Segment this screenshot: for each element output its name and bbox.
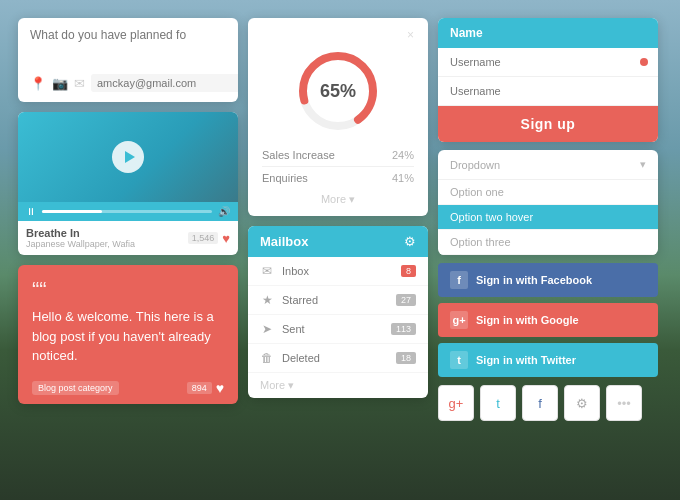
stat-value-enquiries: 41%: [392, 172, 414, 184]
mailbox-card: Mailbox ⚙ ✉ Inbox 8 ★ Starred 27 ➤: [248, 226, 428, 398]
video-artist: Japanese Wallpaper, Wafia: [26, 239, 135, 249]
email-input[interactable]: [91, 74, 238, 92]
more-link-donut[interactable]: More ▾: [321, 193, 355, 206]
progress-bar[interactable]: [42, 210, 212, 213]
stat-label-enquiries: Enquiries: [262, 172, 308, 184]
dropdown-card: Dropdown ▾ Option one Option two hover O…: [438, 150, 658, 255]
twitter-label: Sign in with Twitter: [476, 354, 576, 366]
donut-card: × 65% Sales Increase 24% Enquiries 41% M…: [248, 18, 428, 216]
blog-category: Blog post category: [32, 381, 119, 395]
facebook-icon-box[interactable]: f: [522, 385, 558, 421]
starred-label: Starred: [282, 294, 318, 306]
social-login-buttons: f Sign in with Facebook g+ Sign in with …: [438, 263, 658, 377]
volume-icon[interactable]: 🔊: [218, 206, 230, 217]
inbox-badge: 8: [401, 265, 416, 277]
signin-twitter-button[interactable]: t Sign in with Twitter: [438, 343, 658, 377]
play-button[interactable]: [112, 141, 144, 173]
mailbox-item-inbox[interactable]: ✉ Inbox 8: [248, 257, 428, 286]
pause-button[interactable]: ⏸: [26, 206, 36, 217]
stat-label-sales: Sales Increase: [262, 149, 335, 161]
stat-row: Sales Increase 24%: [262, 144, 414, 167]
stats-list: Sales Increase 24% Enquiries 41%: [262, 144, 414, 189]
dropdown-option-1[interactable]: Option one: [438, 180, 658, 205]
starred-badge: 27: [396, 294, 416, 306]
mailbox-header: Mailbox ⚙: [248, 226, 428, 257]
email-icon[interactable]: ✉: [74, 76, 85, 91]
deleted-label: Deleted: [282, 352, 320, 364]
more-icon-box[interactable]: •••: [606, 385, 642, 421]
mailbox-item-sent[interactable]: ➤ Sent 113: [248, 315, 428, 344]
password-field-wrap: [438, 77, 658, 106]
blog-text: Hello & welcome. This here is a blog pos…: [32, 307, 224, 366]
dropdown-option-3[interactable]: Option three: [438, 230, 658, 255]
video-controls: ⏸ 🔊: [18, 202, 238, 221]
donut-percentage: 65%: [320, 81, 356, 102]
view-count: 1,546: [188, 232, 219, 244]
sent-badge: 113: [391, 323, 416, 335]
location-icon[interactable]: 📍: [30, 76, 46, 91]
blog-heart-icon[interactable]: ♥: [216, 380, 224, 396]
deleted-icon: 🗑: [260, 351, 274, 365]
donut-chart: 65%: [293, 46, 383, 136]
google-label: Sign in with Google: [476, 314, 579, 326]
post-card: 📍 📷 ✉ ➤: [18, 18, 238, 102]
mailbox-more-link[interactable]: More ▾: [248, 373, 428, 398]
stat-value-sales: 24%: [392, 149, 414, 161]
dropdown-label: Dropdown: [450, 159, 500, 171]
blog-quote-icon: ““: [32, 279, 224, 301]
sent-icon: ➤: [260, 322, 274, 336]
mailbox-item-starred[interactable]: ★ Starred 27: [248, 286, 428, 315]
video-card: ⏸ 🔊 Breathe In Japanese Wallpaper, Wafia…: [18, 112, 238, 255]
post-input[interactable]: [30, 28, 226, 64]
stat-row: Enquiries 41%: [262, 167, 414, 189]
blog-count: 894: [187, 382, 212, 394]
deleted-badge: 18: [396, 352, 416, 364]
username-field-wrap: [438, 48, 658, 77]
twitter-icon: t: [450, 351, 468, 369]
signin-google-button[interactable]: g+ Sign in with Google: [438, 303, 658, 337]
inbox-label: Inbox: [282, 265, 309, 277]
signup-button[interactable]: Sign up: [438, 106, 658, 142]
chevron-down-icon: ▾: [640, 158, 646, 171]
video-title: Breathe In: [26, 227, 135, 239]
username-input[interactable]: [438, 48, 658, 76]
facebook-label: Sign in with Facebook: [476, 274, 592, 286]
twitter-icon-box[interactable]: t: [480, 385, 516, 421]
facebook-icon: f: [450, 271, 468, 289]
google-plus-icon-box[interactable]: g+: [438, 385, 474, 421]
dropdown-header[interactable]: Dropdown ▾: [438, 150, 658, 180]
heart-icon[interactable]: ♥: [222, 231, 230, 246]
star-icon: ★: [260, 293, 274, 307]
sent-label: Sent: [282, 323, 305, 335]
close-icon[interactable]: ×: [407, 28, 414, 42]
video-info: Breathe In Japanese Wallpaper, Wafia 1,5…: [18, 221, 238, 255]
dropdown-option-2[interactable]: Option two hover: [438, 205, 658, 230]
mailbox-title: Mailbox: [260, 234, 308, 249]
camera-icon[interactable]: 📷: [52, 76, 68, 91]
password-input[interactable]: [438, 77, 658, 105]
progress-fill: [42, 210, 102, 213]
inbox-icon: ✉: [260, 264, 274, 278]
settings-icon-box[interactable]: ⚙: [564, 385, 600, 421]
mailbox-item-deleted[interactable]: 🗑 Deleted 18: [248, 344, 428, 373]
blog-card: ““ Hello & welcome. This here is a blog …: [18, 265, 238, 404]
google-icon: g+: [450, 311, 468, 329]
mailbox-gear-icon[interactable]: ⚙: [404, 234, 416, 249]
video-screen: [18, 112, 238, 202]
signin-facebook-button[interactable]: f Sign in with Facebook: [438, 263, 658, 297]
required-dot: [640, 58, 648, 66]
signup-name-bar: Name: [438, 18, 658, 48]
social-icons-row: g+ t f ⚙ •••: [438, 385, 658, 421]
signup-card: Name Sign up: [438, 18, 658, 142]
